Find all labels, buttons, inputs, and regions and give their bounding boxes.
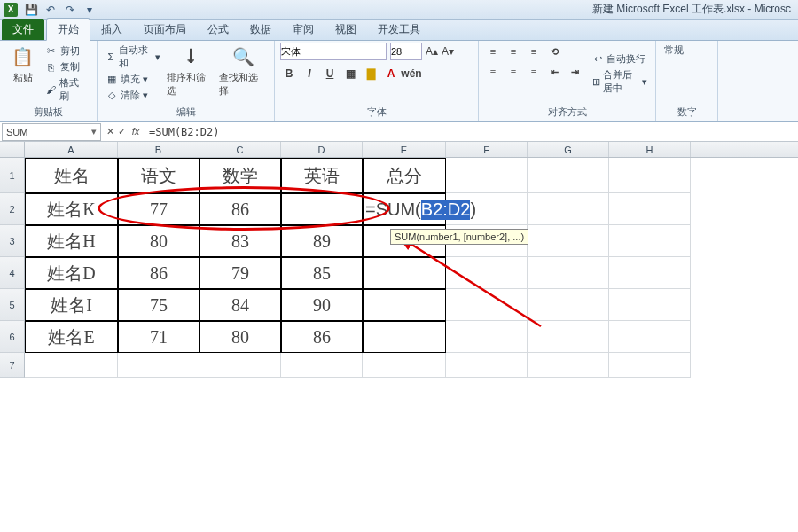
- merge-button[interactable]: ⊞合并后居中▾: [589, 67, 650, 96]
- cell-C3[interactable]: 83: [200, 225, 281, 257]
- fill-color-button[interactable]: ▇: [362, 65, 379, 82]
- col-C[interactable]: C: [200, 142, 281, 157]
- indent-dec-icon[interactable]: ⇤: [545, 63, 563, 81]
- cancel-icon[interactable]: ✕: [106, 126, 114, 137]
- cell-A3[interactable]: 姓名H: [25, 225, 118, 257]
- cell-G4[interactable]: [528, 257, 609, 289]
- wrap-button[interactable]: ↩自动换行: [589, 51, 650, 66]
- cell-D7[interactable]: [281, 353, 363, 378]
- tab-data[interactable]: 数据: [239, 19, 282, 40]
- cell-B7[interactable]: [118, 353, 200, 378]
- col-A[interactable]: A: [25, 142, 118, 157]
- cell-F4[interactable]: [446, 257, 528, 289]
- tab-insert[interactable]: 插入: [90, 19, 133, 40]
- rowhdr-4[interactable]: 4: [0, 257, 25, 289]
- font-size-input[interactable]: [390, 43, 422, 60]
- cell-G3[interactable]: [528, 225, 609, 257]
- tab-review[interactable]: 审阅: [282, 19, 325, 40]
- painter-button[interactable]: 🖌格式刷: [43, 75, 91, 104]
- cell-D2[interactable]: [281, 193, 363, 225]
- undo-icon[interactable]: ↶: [43, 2, 59, 18]
- rowhdr-7[interactable]: 7: [0, 353, 25, 378]
- cell-A4[interactable]: 姓名D: [25, 257, 118, 289]
- cell-A1[interactable]: 姓名: [25, 158, 118, 193]
- underline-button[interactable]: U: [321, 65, 339, 82]
- cell-E1[interactable]: 总分: [363, 158, 446, 193]
- cell-F7[interactable]: [446, 353, 528, 378]
- col-D[interactable]: D: [281, 142, 363, 157]
- cell-E5[interactable]: [363, 289, 446, 321]
- copy-button[interactable]: ⎘复制: [43, 59, 91, 74]
- rowhdr-2[interactable]: 2: [0, 193, 25, 225]
- cell-D6[interactable]: 86: [281, 321, 363, 353]
- cell-H4[interactable]: [609, 257, 691, 289]
- cell-H6[interactable]: [609, 321, 691, 353]
- cell-C7[interactable]: [200, 353, 281, 378]
- indent-inc-icon[interactable]: ⇥: [566, 63, 583, 81]
- cell-A2[interactable]: 姓名K: [25, 193, 118, 225]
- name-box-dropdown-icon[interactable]: ▾: [91, 126, 97, 137]
- find-button[interactable]: 🔍 查找和选择: [217, 43, 269, 105]
- col-H[interactable]: H: [609, 142, 691, 157]
- cell-G7[interactable]: [528, 353, 609, 378]
- cell-E4[interactable]: [363, 257, 446, 289]
- cell-G5[interactable]: [528, 289, 609, 321]
- cell-F6[interactable]: [446, 321, 528, 353]
- qat-dropdown-icon[interactable]: ▾: [82, 2, 98, 18]
- cell-E2-editing[interactable]: =SUM(B2:D2): [363, 193, 446, 225]
- cell-A6[interactable]: 姓名E: [25, 321, 118, 353]
- cell-B3[interactable]: 80: [118, 225, 200, 257]
- rowhdr-5[interactable]: 5: [0, 289, 25, 321]
- rowhdr-1[interactable]: 1: [0, 158, 25, 193]
- cell-D4[interactable]: 85: [281, 257, 363, 289]
- clear-button[interactable]: ◇清除▾: [103, 88, 163, 103]
- paste-button[interactable]: 📋 粘贴: [5, 43, 41, 105]
- tab-home[interactable]: 开始: [46, 18, 90, 41]
- tab-layout[interactable]: 页面布局: [133, 19, 197, 40]
- cell-B2[interactable]: 77: [118, 193, 200, 225]
- cell-B1[interactable]: 语文: [118, 158, 200, 193]
- cell-B6[interactable]: 71: [118, 321, 200, 353]
- cell-D3[interactable]: 89: [281, 225, 363, 257]
- font-name-input[interactable]: [280, 43, 387, 60]
- rowhdr-6[interactable]: 6: [0, 321, 25, 353]
- col-E[interactable]: E: [363, 142, 446, 157]
- align-top-icon[interactable]: ≡: [484, 43, 502, 60]
- tab-formulas[interactable]: 公式: [197, 19, 239, 40]
- orientation-icon[interactable]: ⟲: [545, 43, 563, 60]
- rowhdr-3[interactable]: 3: [0, 225, 25, 257]
- cell-D5[interactable]: 90: [281, 289, 363, 321]
- enter-icon[interactable]: ✓: [118, 126, 126, 137]
- cell-H5[interactable]: [609, 289, 691, 321]
- number-format-dropdown[interactable]: 常规: [661, 43, 712, 58]
- align-right-icon[interactable]: ≡: [525, 63, 543, 81]
- cut-button[interactable]: ✂剪切: [43, 43, 91, 59]
- autosum-button[interactable]: Σ自动求和▾: [103, 43, 163, 71]
- cell-H1[interactable]: [609, 158, 691, 193]
- redo-icon[interactable]: ↷: [62, 2, 78, 18]
- fill-button[interactable]: ▦填充▾: [103, 72, 163, 87]
- align-bottom-icon[interactable]: ≡: [525, 43, 543, 60]
- name-box[interactable]: SUM ▾: [2, 123, 101, 141]
- save-icon[interactable]: 💾: [23, 2, 39, 18]
- cell-C1[interactable]: 数学: [200, 158, 281, 193]
- shrink-font-icon[interactable]: A▾: [442, 45, 454, 58]
- align-middle-icon[interactable]: ≡: [505, 43, 522, 60]
- sort-button[interactable]: 🠗 排序和筛选: [165, 43, 216, 105]
- tab-dev[interactable]: 开发工具: [367, 19, 431, 40]
- select-all-corner[interactable]: [0, 142, 25, 157]
- cell-G1[interactable]: [528, 158, 609, 193]
- cell-H7[interactable]: [609, 353, 691, 378]
- cell-C6[interactable]: 80: [200, 321, 281, 353]
- cell-A5[interactable]: 姓名I: [25, 289, 118, 321]
- cell-H3[interactable]: [609, 225, 691, 257]
- cell-G2[interactable]: [528, 193, 609, 225]
- tab-view[interactable]: 视图: [325, 19, 367, 40]
- align-left-icon[interactable]: ≡: [484, 63, 502, 81]
- cell-B5[interactable]: 75: [118, 289, 200, 321]
- col-G[interactable]: G: [528, 142, 609, 157]
- bold-button[interactable]: B: [280, 65, 298, 82]
- cell-C4[interactable]: 79: [200, 257, 281, 289]
- tab-file[interactable]: 文件: [2, 19, 44, 40]
- border-button[interactable]: ▦: [341, 65, 359, 82]
